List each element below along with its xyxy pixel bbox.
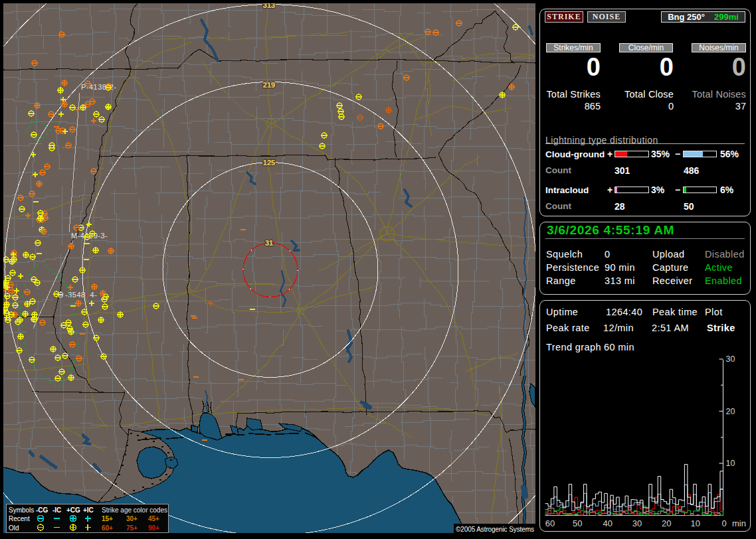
svg-text:0: 0	[721, 518, 726, 528]
svg-text:min: min	[732, 518, 746, 528]
svg-text:20: 20	[726, 407, 735, 416]
svg-text:10: 10	[691, 518, 700, 528]
svg-text:60: 60	[545, 518, 555, 528]
svg-text:40: 40	[603, 518, 613, 528]
svg-text:30: 30	[726, 354, 735, 364]
svg-text:10: 10	[726, 459, 735, 468]
svg-text:30: 30	[632, 518, 642, 528]
svg-text:20: 20	[662, 518, 671, 528]
svg-text:50: 50	[573, 518, 582, 528]
